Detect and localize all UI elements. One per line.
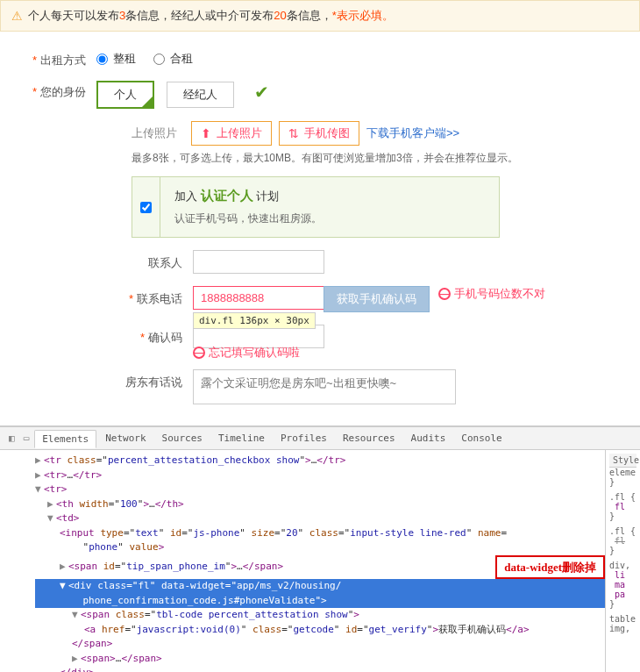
code-error: —忘记填写确认码啦 bbox=[193, 345, 622, 361]
label-code: *确认码 bbox=[18, 325, 193, 346]
download-client-link[interactable]: 下载手机客户端>> bbox=[366, 125, 459, 141]
upload-hint: 最多8张，可多选上传，最大10MB。有图可使浏览量增加3倍，并会在推荐位显示。 bbox=[132, 151, 622, 166]
notice-text: 个人每天可以发布3条信息，经纪人或中介可发布20条信息，*表示必填。 bbox=[28, 8, 394, 24]
upload-icon: ⬆ bbox=[201, 126, 211, 140]
label-identity: *您的身份 bbox=[18, 81, 96, 100]
tab-elements[interactable]: Elements bbox=[34, 430, 96, 448]
cert-title: 加入 认证个人 计划 bbox=[174, 188, 322, 204]
phone-upload-button[interactable]: ⇅手机传图 bbox=[279, 121, 359, 146]
phone-icon: ⇅ bbox=[288, 126, 299, 140]
row-identity: *您的身份 个人 经纪人 ✔ bbox=[18, 81, 622, 109]
devtools-dom-tree[interactable]: ▶<tr class="percent_attestation_checkbox… bbox=[0, 450, 605, 672]
tab-resources[interactable]: Resources bbox=[336, 430, 402, 447]
tab-personal[interactable]: 个人 bbox=[96, 81, 154, 109]
devtools-styles-pane[interactable]: Style eleme } .fl { fl } .fl { fl } div,… bbox=[605, 450, 640, 672]
error-icon: — bbox=[438, 288, 451, 300]
warning-icon: ⚠ bbox=[11, 9, 23, 23]
inspect-icon[interactable]: ◧ bbox=[5, 433, 18, 444]
notice-bar: ⚠ 个人每天可以发布3条信息，经纪人或中介可发布20条信息，*表示必填。 bbox=[0, 0, 640, 32]
label-comment: 房东有话说 bbox=[18, 369, 193, 390]
tab-network[interactable]: Network bbox=[98, 430, 153, 447]
label-rent-type: *出租方式 bbox=[18, 49, 96, 68]
tab-profiles[interactable]: Profiles bbox=[274, 430, 334, 447]
cert-box: 加入 认证个人 计划 认证手机号码，快速出租房源。 bbox=[132, 176, 500, 238]
tab-audits[interactable]: Audits bbox=[404, 430, 453, 447]
annotation-label: data-widget删除掉 bbox=[495, 555, 605, 580]
upload-label: 上传照片 bbox=[132, 125, 177, 141]
tab-console[interactable]: Console bbox=[454, 430, 508, 447]
contact-input[interactable] bbox=[193, 250, 324, 274]
tab-sources[interactable]: Sources bbox=[155, 430, 210, 447]
phone-input[interactable] bbox=[193, 286, 324, 310]
comment-textarea[interactable] bbox=[193, 369, 456, 404]
tab-agent[interactable]: 经纪人 bbox=[167, 82, 234, 108]
upload-section: 上传照片 ⬆上传照片 ⇅手机传图 下载手机客户端>> 最多8张，可多选上传，最大… bbox=[132, 121, 622, 238]
inspector-tooltip: div.fl 136px × 30px bbox=[193, 312, 316, 329]
check-icon: ✔ bbox=[254, 82, 269, 102]
radio-whole-input[interactable] bbox=[96, 54, 108, 65]
upload-photo-button[interactable]: ⬆上传照片 bbox=[191, 121, 272, 146]
form-area: *出租方式 整租 合租 *您的身份 个人 经纪人 ✔ 上传照片 ⬆上传照片 ⇅手… bbox=[0, 32, 640, 425]
row-phone: *联系电话 获取手机确认码 —手机号码位数不对 div.fl 136px × 3… bbox=[18, 286, 622, 312]
phone-error: —手机号码位数不对 bbox=[438, 286, 545, 302]
label-phone: *联系电话 bbox=[18, 286, 193, 307]
cert-checkbox[interactable] bbox=[140, 202, 152, 213]
get-code-button[interactable]: 获取手机确认码 bbox=[324, 286, 430, 312]
row-comment: 房东有话说 bbox=[18, 369, 622, 404]
radio-whole[interactable]: 整租 bbox=[96, 51, 136, 67]
radio-share[interactable]: 合租 bbox=[153, 51, 193, 67]
device-icon[interactable]: ▭ bbox=[20, 433, 33, 444]
radio-share-input[interactable] bbox=[153, 54, 165, 65]
cert-sub: 认证手机号码，快速出租房源。 bbox=[174, 211, 322, 226]
devtools-panel: ◧ ▭ Elements Network Sources Timeline Pr… bbox=[0, 425, 640, 672]
row-contact: 联系人 bbox=[18, 250, 622, 274]
tab-timeline[interactable]: Timeline bbox=[211, 430, 272, 447]
row-rent-type: *出租方式 整租 合租 bbox=[18, 49, 622, 68]
error-icon: — bbox=[193, 347, 205, 359]
label-contact: 联系人 bbox=[18, 250, 193, 271]
devtools-tabs: ◧ ▭ Elements Network Sources Timeline Pr… bbox=[0, 427, 640, 450]
